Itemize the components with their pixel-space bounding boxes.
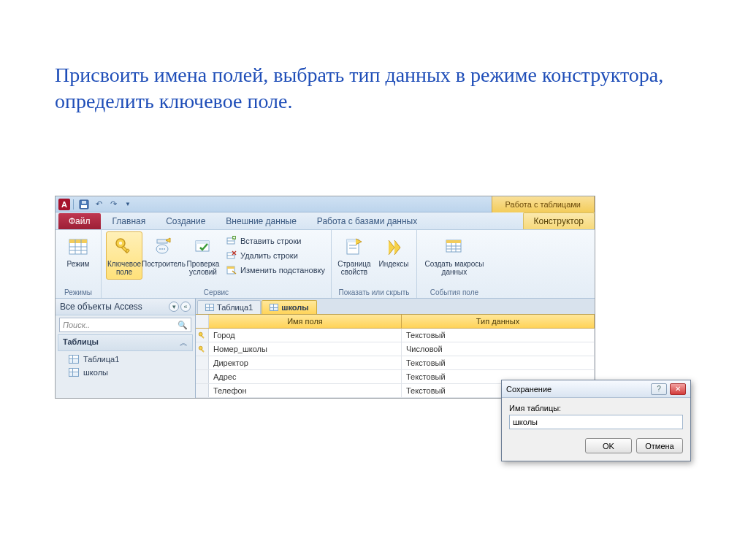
help-button[interactable]: ?	[651, 383, 667, 395]
insert-rows-label: Вставить строки	[240, 237, 301, 245]
primary-key-button[interactable]: Ключевое поле	[106, 231, 142, 280]
dialog-title: Сохранение	[506, 385, 552, 394]
data-type-cell[interactable]: Текстовый	[402, 356, 595, 369]
delete-rows-icon	[226, 250, 237, 261]
svg-rect-30	[227, 266, 234, 269]
redo-icon[interactable]: ↷	[107, 199, 119, 210]
insert-rows-button[interactable]: Вставить строки	[224, 234, 327, 248]
svg-rect-2	[82, 201, 86, 204]
nav-search-placeholder: Поиск..	[63, 321, 90, 329]
tab-home[interactable]: Главная	[102, 213, 156, 229]
field-grid-header: Имя поля Тип данных	[196, 315, 595, 329]
view-button[interactable]: Режим	[60, 231, 96, 272]
tab-design[interactable]: Конструктор	[523, 212, 595, 229]
doc-tab-label: школы	[281, 303, 308, 312]
field-name-cell[interactable]: Номер_школы	[209, 342, 402, 356]
ribbon: Режим Режимы Ключевое поле Построитель	[56, 230, 595, 299]
modify-lookups-button[interactable]: Изменить подстановку	[224, 264, 327, 277]
table-icon	[205, 304, 214, 311]
table-name-input[interactable]	[509, 415, 683, 429]
table-icon	[270, 304, 278, 311]
indexes-label: Индексы	[379, 260, 409, 268]
save-icon[interactable]	[78, 199, 90, 210]
access-window: A ↶ ↷ ▼ Работа с таблицами Файл Главная …	[55, 196, 595, 399]
contextual-tab-title: Работа с таблицами	[492, 196, 595, 212]
chevron-up-icon: ︽	[180, 337, 188, 348]
primary-key-icon	[198, 345, 206, 353]
primary-key-label: Ключевое поле	[107, 260, 141, 276]
nav-collapse-icon[interactable]: «	[180, 302, 191, 312]
qat-dropdown-icon[interactable]: ▼	[122, 199, 134, 210]
tab-database-tools[interactable]: Работа с базами данных	[307, 213, 427, 229]
view-label: Режим	[67, 260, 90, 268]
slide-title: Присвоить имена полей, выбрать тип данны…	[0, 0, 748, 137]
save-as-dialog: Сохранение ? ✕ Имя таблицы: OK Отмена	[501, 380, 691, 461]
data-macros-icon	[443, 235, 466, 258]
doc-tab-schools[interactable]: школы	[262, 300, 316, 314]
field-name-cell[interactable]: Телефон	[209, 384, 402, 397]
nav-dropdown-icon[interactable]: ▾	[169, 302, 179, 312]
table-row[interactable]: ДиректорТекстовый	[196, 356, 595, 370]
table-row[interactable]: Номер_школыЧисловой	[196, 342, 595, 356]
nav-search-input[interactable]: Поиск.. 🔍	[59, 318, 191, 332]
svg-rect-4	[69, 239, 87, 243]
datasheet-view-icon	[66, 235, 90, 258]
delete-rows-button[interactable]: Удалить строки	[224, 249, 327, 262]
doc-tab-label: Таблица1	[217, 303, 253, 312]
row-selector[interactable]	[196, 329, 209, 342]
table-row[interactable]: ГородТекстовый	[196, 329, 595, 342]
nav-item-schools[interactable]: школы	[56, 366, 195, 379]
col-header-field-name[interactable]: Имя поля	[209, 315, 402, 328]
close-button[interactable]: ✕	[670, 383, 686, 395]
svg-point-15	[159, 248, 161, 250]
undo-icon[interactable]: ↶	[93, 199, 104, 210]
data-type-cell[interactable]: Текстовый	[402, 329, 595, 342]
svg-point-17	[164, 248, 165, 250]
modify-lookups-label: Изменить подстановку	[240, 266, 325, 275]
property-sheet-button[interactable]: Страница свойств	[336, 231, 373, 280]
primary-key-icon	[198, 331, 206, 340]
ok-button[interactable]: OK	[585, 438, 632, 453]
doc-tab-table1[interactable]: Таблица1	[197, 300, 261, 314]
navigation-pane: Все объекты Access ▾ « Поиск.. 🔍 Таблицы…	[56, 299, 196, 398]
field-name-cell[interactable]: Адрес	[209, 370, 402, 383]
svg-point-10	[119, 242, 122, 245]
table-name-label: Имя таблицы:	[509, 404, 683, 413]
nav-item-label: школы	[83, 368, 108, 377]
builder-button[interactable]: Построитель	[145, 231, 182, 272]
nav-section-tables[interactable]: Таблицы ︽	[58, 334, 193, 351]
indexes-button[interactable]: Индексы	[375, 231, 412, 272]
row-selector[interactable]	[196, 356, 209, 369]
modify-lookups-icon	[226, 264, 237, 276]
create-data-macros-label: Создать макросы данных	[424, 260, 484, 276]
validation-button[interactable]: Проверка условий	[185, 231, 221, 280]
delete-rows-label: Удалить строки	[240, 251, 298, 260]
tab-file[interactable]: Файл	[58, 213, 101, 229]
nav-item-table1[interactable]: Таблица1	[56, 353, 195, 366]
field-name-cell[interactable]: Директор	[209, 356, 402, 369]
table-icon	[69, 368, 79, 377]
select-all-cell[interactable]	[196, 315, 209, 328]
group-show-hide: Страница свойств Индексы Показать или ск…	[332, 230, 417, 298]
group-show-hide-label: Показать или скрыть	[336, 287, 412, 298]
group-views: Режим Режимы	[56, 230, 102, 298]
indexes-icon	[382, 235, 405, 258]
tab-external-data[interactable]: Внешние данные	[215, 213, 307, 229]
group-tools: Ключевое поле Построитель Проверка услов…	[102, 230, 332, 298]
nav-pane-header[interactable]: Все объекты Access ▾ «	[56, 299, 195, 315]
row-selector[interactable]	[196, 370, 209, 383]
dialog-titlebar[interactable]: Сохранение ? ✕	[502, 380, 690, 398]
group-events-label: События поле	[421, 287, 487, 298]
ribbon-tabs: Файл Главная Создание Внешние данные Раб…	[56, 212, 595, 230]
cancel-button[interactable]: Отмена	[636, 438, 683, 453]
create-data-macros-button[interactable]: Создать макросы данных	[421, 231, 487, 280]
insert-rows-icon	[226, 235, 237, 247]
data-type-cell[interactable]: Числовой	[402, 342, 595, 356]
svg-point-16	[161, 248, 163, 250]
field-name-cell[interactable]: Город	[209, 329, 402, 342]
col-header-data-type[interactable]: Тип данных	[402, 315, 595, 328]
row-selector[interactable]	[196, 384, 209, 397]
svg-rect-36	[446, 240, 461, 243]
row-selector[interactable]	[196, 342, 209, 356]
tab-create[interactable]: Создание	[156, 213, 215, 229]
